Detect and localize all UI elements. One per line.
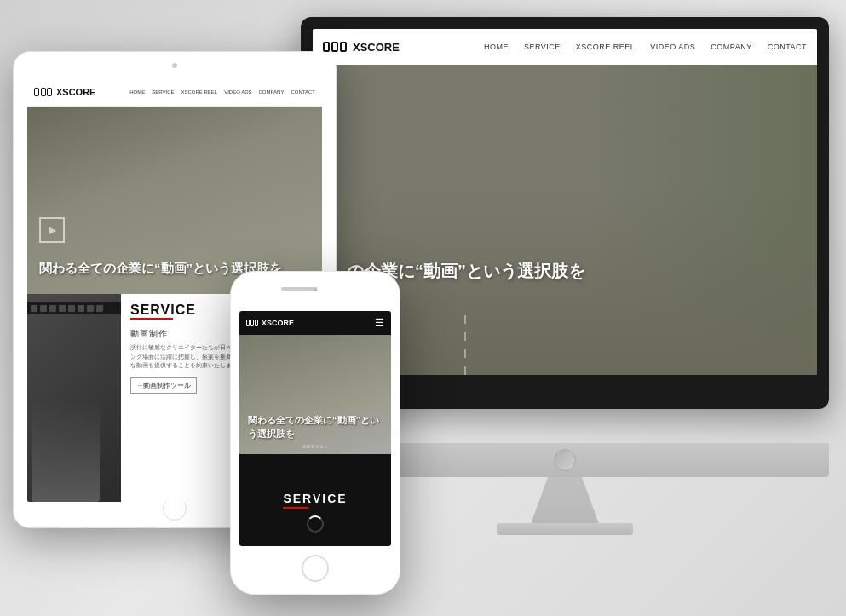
desktop-logo: XSCORE [323,41,400,54]
desktop-nav-reel[interactable]: XSCORE REEL [576,43,636,51]
desktop-logo-icon [323,42,347,52]
phone-hero: 関わる全ての企業に“動画”という選択肢を SCROLL [239,335,391,454]
tablet-nav-video[interactable]: VIDEO ADS [224,89,251,95]
tablet-service-subtitle: 動画制作 [130,329,168,338]
phone-nav: XSCORE ☰ [239,311,391,335]
iphone-screen: XSCORE ☰ 関わる全ての企業に“動画”という選択肢を SCROLL SER… [239,311,391,546]
tablet-logo-icon [34,88,52,96]
tablet-nav-company[interactable]: COMPANY [259,89,285,95]
imac-base [497,523,633,535]
tablet-hero: ▶ 関わる全ての企業に“動画”という選択肢を SCROLL [27,107,322,294]
desktop-hero-text: の企業に“動画”という選択肢を [347,260,783,282]
tablet-play-icon[interactable]: ▶ [39,217,65,243]
service-title-underline [130,318,173,320]
iphone-home-button[interactable] [302,555,329,582]
tablet-nav-service[interactable]: SERVICE [152,89,174,95]
tablet-service-image [27,294,121,502]
phone-service-label: SERVICE [283,492,347,509]
phone-service-text: SERVICE [283,492,347,505]
tablet-nav-links: HOME SERVICE XSCORE REEL VIDEO ADS COMPA… [129,89,315,95]
tablet-nav-reel[interactable]: XSCORE REEL [181,89,218,95]
phone-menu-icon[interactable]: ☰ [375,318,384,328]
tablet-logo: XSCORE [34,87,95,97]
tablet-nav-home[interactable]: HOME [129,89,145,95]
tablet-service-link[interactable]: →動画制作ツール [130,377,197,394]
iphone-bezel: XSCORE ☰ 関わる全ての企業に“動画”という選択肢を SCROLL SER… [230,271,400,595]
phone-logo-text: XSCORE [262,319,294,327]
iphone-speaker [281,287,315,291]
tablet-nav: XSCORE HOME SERVICE XSCORE REEL VIDEO AD… [27,78,322,107]
tablet-nav-contact[interactable]: CONTACT [291,89,315,95]
phone-hero-text: 関わる全ての企業に“動画”という選択肢を [248,414,383,440]
phone-logo: XSCORE [246,319,294,327]
ipad-camera [172,63,177,68]
desktop-nav-service[interactable]: SERVICE [524,43,561,51]
desktop-nav-contact[interactable]: CONTACT [768,43,807,51]
imac-stand [531,477,599,524]
tablet-film-strip [27,302,121,314]
desktop-nav-home[interactable]: HOME [484,43,509,51]
desktop-nav-links: HOME SERVICE XSCORE REEL VIDEO ADS COMPA… [484,43,807,51]
desktop-nav-company[interactable]: COMPANY [711,43,751,51]
desktop-logo-text: XSCORE [353,41,400,54]
phone-service-section: SERVICE [239,454,391,546]
tablet-logo-text: XSCORE [56,87,95,97]
desktop-nav-video[interactable]: VIDEO ADS [650,43,695,51]
iphone-device: XSCORE ☰ 関わる全ての企業に“動画”という選択肢を SCROLL SER… [230,271,400,595]
phone-service-underline [283,507,308,509]
scene: XSCORE HOME SERVICE XSCORE REEL VIDEO AD… [0,0,846,616]
desktop-nav: XSCORE HOME SERVICE XSCORE REEL VIDEO AD… [313,29,817,65]
phone-scroll-label: SCROLL [302,444,328,449]
phone-spinner [307,515,324,533]
phone-logo-icon [246,320,258,326]
road-lines [464,307,466,375]
tablet-service-person [32,400,100,502]
